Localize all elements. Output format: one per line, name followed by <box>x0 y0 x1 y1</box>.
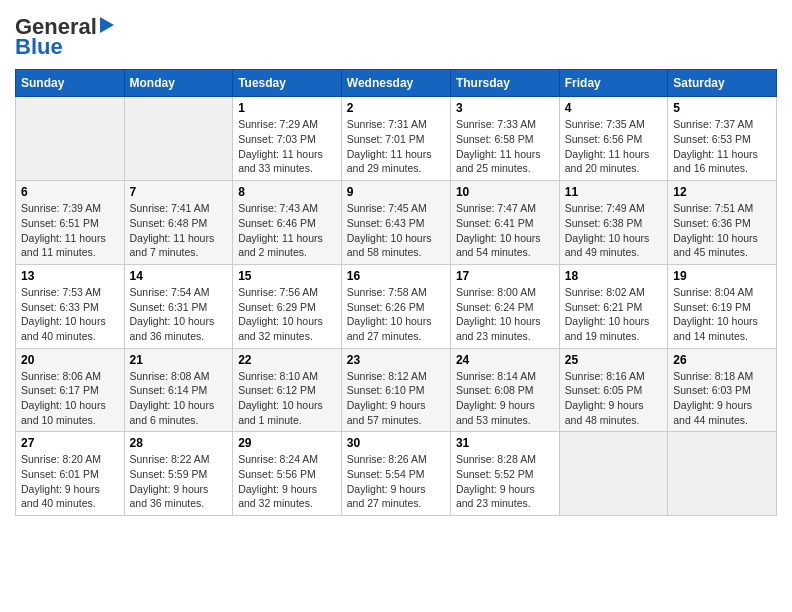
day-info: Sunrise: 7:37 AM Sunset: 6:53 PM Dayligh… <box>673 117 771 176</box>
calendar-day: 9Sunrise: 7:45 AM Sunset: 6:43 PM Daylig… <box>341 181 450 265</box>
day-number: 18 <box>565 269 662 283</box>
day-info: Sunrise: 7:53 AM Sunset: 6:33 PM Dayligh… <box>21 285 119 344</box>
day-number: 30 <box>347 436 445 450</box>
day-number: 4 <box>565 101 662 115</box>
day-number: 22 <box>238 353 336 367</box>
calendar-day: 30Sunrise: 8:26 AM Sunset: 5:54 PM Dayli… <box>341 432 450 516</box>
calendar-day: 5Sunrise: 7:37 AM Sunset: 6:53 PM Daylig… <box>668 97 777 181</box>
day-info: Sunrise: 7:54 AM Sunset: 6:31 PM Dayligh… <box>130 285 228 344</box>
day-info: Sunrise: 7:58 AM Sunset: 6:26 PM Dayligh… <box>347 285 445 344</box>
calendar-day: 10Sunrise: 7:47 AM Sunset: 6:41 PM Dayli… <box>450 181 559 265</box>
header-monday: Monday <box>124 70 233 97</box>
day-info: Sunrise: 7:33 AM Sunset: 6:58 PM Dayligh… <box>456 117 554 176</box>
day-info: Sunrise: 8:20 AM Sunset: 6:01 PM Dayligh… <box>21 452 119 511</box>
day-number: 26 <box>673 353 771 367</box>
calendar-day: 1Sunrise: 7:29 AM Sunset: 7:03 PM Daylig… <box>233 97 342 181</box>
day-info: Sunrise: 7:31 AM Sunset: 7:01 PM Dayligh… <box>347 117 445 176</box>
calendar-day: 24Sunrise: 8:14 AM Sunset: 6:08 PM Dayli… <box>450 348 559 432</box>
calendar-day: 11Sunrise: 7:49 AM Sunset: 6:38 PM Dayli… <box>559 181 667 265</box>
calendar-day: 25Sunrise: 8:16 AM Sunset: 6:05 PM Dayli… <box>559 348 667 432</box>
logo: General Blue <box>15 15 114 59</box>
header-wednesday: Wednesday <box>341 70 450 97</box>
day-number: 29 <box>238 436 336 450</box>
day-number: 8 <box>238 185 336 199</box>
day-number: 7 <box>130 185 228 199</box>
day-info: Sunrise: 8:10 AM Sunset: 6:12 PM Dayligh… <box>238 369 336 428</box>
page-header: General Blue <box>15 15 777 59</box>
logo-arrow-icon <box>100 17 114 33</box>
calendar-day: 7Sunrise: 7:41 AM Sunset: 6:48 PM Daylig… <box>124 181 233 265</box>
day-number: 27 <box>21 436 119 450</box>
calendar-day: 4Sunrise: 7:35 AM Sunset: 6:56 PM Daylig… <box>559 97 667 181</box>
day-number: 5 <box>673 101 771 115</box>
calendar-day: 26Sunrise: 8:18 AM Sunset: 6:03 PM Dayli… <box>668 348 777 432</box>
day-info: Sunrise: 8:06 AM Sunset: 6:17 PM Dayligh… <box>21 369 119 428</box>
day-number: 14 <box>130 269 228 283</box>
calendar-table: SundayMondayTuesdayWednesdayThursdayFrid… <box>15 69 777 516</box>
calendar-day: 6Sunrise: 7:39 AM Sunset: 6:51 PM Daylig… <box>16 181 125 265</box>
calendar-day <box>559 432 667 516</box>
calendar-day: 29Sunrise: 8:24 AM Sunset: 5:56 PM Dayli… <box>233 432 342 516</box>
calendar-week-1: 6Sunrise: 7:39 AM Sunset: 6:51 PM Daylig… <box>16 181 777 265</box>
calendar-day: 8Sunrise: 7:43 AM Sunset: 6:46 PM Daylig… <box>233 181 342 265</box>
day-info: Sunrise: 8:24 AM Sunset: 5:56 PM Dayligh… <box>238 452 336 511</box>
header-tuesday: Tuesday <box>233 70 342 97</box>
calendar-day: 14Sunrise: 7:54 AM Sunset: 6:31 PM Dayli… <box>124 264 233 348</box>
calendar-header-row: SundayMondayTuesdayWednesdayThursdayFrid… <box>16 70 777 97</box>
header-sunday: Sunday <box>16 70 125 97</box>
calendar-day: 22Sunrise: 8:10 AM Sunset: 6:12 PM Dayli… <box>233 348 342 432</box>
day-info: Sunrise: 7:45 AM Sunset: 6:43 PM Dayligh… <box>347 201 445 260</box>
day-number: 24 <box>456 353 554 367</box>
day-number: 16 <box>347 269 445 283</box>
day-number: 20 <box>21 353 119 367</box>
day-number: 12 <box>673 185 771 199</box>
calendar-day: 31Sunrise: 8:28 AM Sunset: 5:52 PM Dayli… <box>450 432 559 516</box>
day-info: Sunrise: 7:39 AM Sunset: 6:51 PM Dayligh… <box>21 201 119 260</box>
calendar-day: 13Sunrise: 7:53 AM Sunset: 6:33 PM Dayli… <box>16 264 125 348</box>
calendar-week-4: 27Sunrise: 8:20 AM Sunset: 6:01 PM Dayli… <box>16 432 777 516</box>
day-info: Sunrise: 7:35 AM Sunset: 6:56 PM Dayligh… <box>565 117 662 176</box>
day-info: Sunrise: 7:51 AM Sunset: 6:36 PM Dayligh… <box>673 201 771 260</box>
day-info: Sunrise: 8:22 AM Sunset: 5:59 PM Dayligh… <box>130 452 228 511</box>
calendar-day: 27Sunrise: 8:20 AM Sunset: 6:01 PM Dayli… <box>16 432 125 516</box>
calendar-day: 17Sunrise: 8:00 AM Sunset: 6:24 PM Dayli… <box>450 264 559 348</box>
day-info: Sunrise: 8:02 AM Sunset: 6:21 PM Dayligh… <box>565 285 662 344</box>
day-number: 13 <box>21 269 119 283</box>
header-saturday: Saturday <box>668 70 777 97</box>
day-number: 31 <box>456 436 554 450</box>
calendar-day: 21Sunrise: 8:08 AM Sunset: 6:14 PM Dayli… <box>124 348 233 432</box>
calendar-week-3: 20Sunrise: 8:06 AM Sunset: 6:17 PM Dayli… <box>16 348 777 432</box>
logo-blue-text: Blue <box>15 35 63 59</box>
day-number: 2 <box>347 101 445 115</box>
day-info: Sunrise: 7:56 AM Sunset: 6:29 PM Dayligh… <box>238 285 336 344</box>
day-info: Sunrise: 8:12 AM Sunset: 6:10 PM Dayligh… <box>347 369 445 428</box>
calendar-week-2: 13Sunrise: 7:53 AM Sunset: 6:33 PM Dayli… <box>16 264 777 348</box>
day-number: 23 <box>347 353 445 367</box>
header-thursday: Thursday <box>450 70 559 97</box>
day-number: 28 <box>130 436 228 450</box>
calendar-day: 19Sunrise: 8:04 AM Sunset: 6:19 PM Dayli… <box>668 264 777 348</box>
calendar-week-0: 1Sunrise: 7:29 AM Sunset: 7:03 PM Daylig… <box>16 97 777 181</box>
day-number: 17 <box>456 269 554 283</box>
calendar-day <box>668 432 777 516</box>
day-info: Sunrise: 8:14 AM Sunset: 6:08 PM Dayligh… <box>456 369 554 428</box>
day-info: Sunrise: 8:26 AM Sunset: 5:54 PM Dayligh… <box>347 452 445 511</box>
calendar-day <box>16 97 125 181</box>
calendar-day: 3Sunrise: 7:33 AM Sunset: 6:58 PM Daylig… <box>450 97 559 181</box>
day-number: 11 <box>565 185 662 199</box>
calendar-day: 15Sunrise: 7:56 AM Sunset: 6:29 PM Dayli… <box>233 264 342 348</box>
day-info: Sunrise: 7:43 AM Sunset: 6:46 PM Dayligh… <box>238 201 336 260</box>
calendar-day: 16Sunrise: 7:58 AM Sunset: 6:26 PM Dayli… <box>341 264 450 348</box>
day-info: Sunrise: 8:16 AM Sunset: 6:05 PM Dayligh… <box>565 369 662 428</box>
day-info: Sunrise: 8:28 AM Sunset: 5:52 PM Dayligh… <box>456 452 554 511</box>
day-info: Sunrise: 8:00 AM Sunset: 6:24 PM Dayligh… <box>456 285 554 344</box>
day-number: 9 <box>347 185 445 199</box>
day-number: 10 <box>456 185 554 199</box>
header-friday: Friday <box>559 70 667 97</box>
day-info: Sunrise: 7:47 AM Sunset: 6:41 PM Dayligh… <box>456 201 554 260</box>
day-number: 1 <box>238 101 336 115</box>
day-info: Sunrise: 8:08 AM Sunset: 6:14 PM Dayligh… <box>130 369 228 428</box>
day-number: 6 <box>21 185 119 199</box>
day-info: Sunrise: 7:49 AM Sunset: 6:38 PM Dayligh… <box>565 201 662 260</box>
day-number: 3 <box>456 101 554 115</box>
